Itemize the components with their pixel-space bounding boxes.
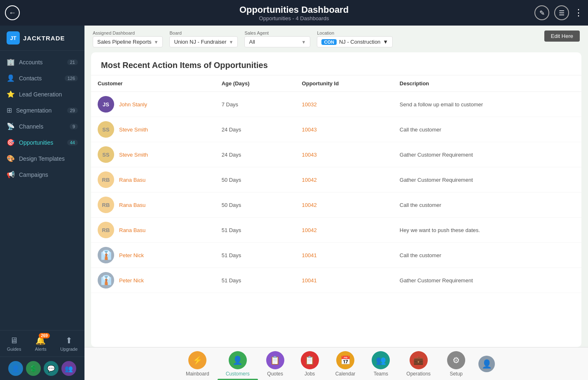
content-area: Edit Here Assigned Dashboard Sales Pipel…	[84, 26, 588, 380]
assigned-dashboard-filter: Assigned Dashboard Sales Pipeline Report…	[93, 30, 163, 47]
opportunities-table: Customer Age (Days) Opportunity Id Descr…	[91, 75, 581, 293]
page-title: Opportunities Dashboard	[239, 5, 349, 15]
contacts-label: Contacts	[19, 75, 42, 82]
opportunities-table-container: Most Recent Action Items of Opportunitie…	[91, 52, 581, 347]
cell-opp-id[interactable]: 10042	[295, 192, 393, 218]
board-select[interactable]: Union NJ - Fundraiser ▼	[169, 36, 238, 47]
customers-label: Customers	[226, 371, 250, 377]
sidebar-item-channels[interactable]: 📡 Channels 9	[0, 118, 84, 134]
guides-button[interactable]: 🖥 Guides	[7, 336, 21, 352]
operations-icon: 💼	[410, 351, 428, 369]
cell-age: 7 Days	[215, 92, 295, 117]
contacts-badge: 126	[65, 75, 78, 81]
sidebar-item-contacts[interactable]: 👤 Contacts 126	[0, 70, 84, 86]
customer-name[interactable]: Rana Basu	[119, 202, 145, 208]
cell-opp-id[interactable]: 10041	[295, 268, 393, 293]
opportunities-icon: 🎯	[7, 138, 15, 146]
upgrade-button[interactable]: ⬆ Upgrade	[60, 335, 77, 352]
sidebar-item-campaigns[interactable]: 📢 Campaigns	[0, 167, 84, 183]
table-row[interactable]: 👔 Peter Nick 51 Days 10041 Call the cust…	[91, 243, 581, 268]
lead-gen-icon: ⭐	[7, 90, 15, 98]
opportunities-label: Opportunities	[19, 139, 53, 146]
table-row[interactable]: RB Rana Basu 50 Days 10042 Gather Custom…	[91, 167, 581, 192]
sales-agent-arrow: ▼	[302, 40, 306, 45]
cell-opp-id[interactable]: 10032	[295, 92, 393, 117]
filter-bar: Edit Here Assigned Dashboard Sales Pipel…	[84, 26, 588, 52]
channels-badge: 9	[70, 124, 78, 129]
cell-opp-id[interactable]: 10043	[295, 117, 393, 142]
cell-description: Hey we want to push these dates.	[393, 218, 581, 243]
cell-opp-id[interactable]: 10042	[295, 167, 393, 192]
cell-customer: RB Rana Basu	[91, 167, 215, 192]
cell-opp-id[interactable]: 10042	[295, 218, 393, 243]
nav-jobs[interactable]: 📋 Jobs	[293, 348, 327, 380]
back-button[interactable]: ←	[5, 5, 20, 20]
location-filter: Location CON NJ - Construction ▼	[317, 30, 393, 47]
edit-icon-button[interactable]: ✎	[534, 5, 549, 20]
alerts-button[interactable]: 269 🔔 Alerts	[35, 335, 47, 352]
nav-teams[interactable]: 👥 Teams	[363, 348, 398, 380]
bottom-nav: ⚡ Mainboard 👤 Customers 📋 Quotes 📋 Jobs …	[84, 347, 588, 380]
quotes-icon: 📋	[266, 351, 284, 369]
table-row[interactable]: RB Rana Basu 50 Days 10042 Call the cust…	[91, 192, 581, 218]
header-right: ✎ ☰ ⋮	[534, 5, 583, 20]
table-row[interactable]: JS John Stanly 7 Days 10032 Send a follo…	[91, 92, 581, 117]
cell-customer: 👔 Peter Nick	[91, 268, 215, 293]
table-row[interactable]: RB Rana Basu 51 Days 10042 Hey we want t…	[91, 218, 581, 243]
nav-operations[interactable]: 💼 Operations	[398, 348, 439, 380]
nav-mainboard[interactable]: ⚡ Mainboard	[178, 348, 218, 380]
assigned-dashboard-select[interactable]: Sales Pipeline Reports ▼	[93, 36, 163, 47]
sidebar-item-lead-generation[interactable]: ⭐ Lead Generation	[0, 86, 84, 102]
channels-icon: 📡	[7, 122, 15, 130]
location-select[interactable]: CON NJ - Construction ▼	[317, 36, 393, 47]
user-profile-avatar[interactable]: 👤	[478, 356, 495, 372]
cell-opp-id[interactable]: 10041	[295, 243, 393, 268]
edit-here-button[interactable]: Edit Here	[544, 30, 580, 42]
nav-quotes[interactable]: 📋 Quotes	[258, 348, 293, 380]
nav-customers[interactable]: 👤 Customers	[218, 348, 258, 380]
cell-opp-id[interactable]: 10043	[295, 142, 393, 167]
list-icon-button[interactable]: ☰	[554, 5, 569, 20]
page-subtitle: Opportunities - 4 Dashboards	[239, 15, 349, 21]
cell-description: Call the customer	[393, 192, 581, 218]
table-row[interactable]: SS Steve Smith 24 Days 10043 Gather Cust…	[91, 142, 581, 167]
sidebar-item-design-templates[interactable]: 🎨 Design Templates	[0, 150, 84, 167]
dollar-avatar-icon[interactable]: 💲	[26, 361, 41, 376]
more-options-button[interactable]: ⋮	[574, 7, 583, 18]
alerts-label: Alerts	[35, 347, 47, 352]
sales-agent-select[interactable]: All ▼	[244, 36, 310, 47]
top-header: ← Opportunities Dashboard Opportunities …	[0, 0, 588, 26]
table-scroll[interactable]: Customer Age (Days) Opportunity Id Descr…	[91, 75, 581, 347]
cell-age: 51 Days	[215, 218, 295, 243]
sidebar-item-accounts[interactable]: 🏢 Accounts 21	[0, 54, 84, 70]
board-value: Union NJ - Fundraiser	[174, 39, 226, 45]
group-avatar-icon[interactable]: 👥	[61, 361, 76, 376]
cell-customer: SS Steve Smith	[91, 117, 215, 142]
table-row[interactable]: 👔 Peter Nick 51 Days 10041 Gather Custom…	[91, 268, 581, 293]
cell-customer: RB Rana Basu	[91, 192, 215, 218]
user-avatar-icon[interactable]: 👤	[8, 361, 23, 376]
cell-age: 24 Days	[215, 117, 295, 142]
cell-age: 51 Days	[215, 243, 295, 268]
jobs-label: Jobs	[305, 371, 315, 377]
customer-name[interactable]: John Stanly	[119, 101, 147, 108]
customer-name[interactable]: Rana Basu	[119, 177, 145, 183]
table-header-row: Customer Age (Days) Opportunity Id Descr…	[91, 75, 581, 92]
nav-calendar[interactable]: 📅 Calendar	[327, 348, 364, 380]
cell-customer: 👔 Peter Nick	[91, 243, 215, 268]
customer-name[interactable]: Steve Smith	[119, 152, 148, 158]
table-row[interactable]: SS Steve Smith 24 Days 10043 Call the cu…	[91, 117, 581, 142]
sidebar-bottom: 🖥 Guides 269 🔔 Alerts ⬆ Upgrade	[0, 330, 84, 357]
customer-name[interactable]: Steve Smith	[119, 127, 148, 133]
sidebar-item-segmentation[interactable]: ⊞ Segmentation 29	[0, 102, 84, 118]
customer-name[interactable]: Peter Nick	[119, 252, 144, 258]
lead-gen-label: Lead Generation	[19, 91, 62, 98]
customer-name[interactable]: Peter Nick	[119, 277, 144, 284]
customer-name[interactable]: Rana Basu	[119, 227, 145, 233]
nav-setup[interactable]: ⚙ Setup	[439, 348, 473, 380]
chat-avatar-icon[interactable]: 💬	[44, 361, 59, 376]
location-arrow: ▼	[383, 39, 388, 45]
sidebar-item-opportunities[interactable]: 🎯 Opportunities 44	[0, 134, 84, 150]
sidebar-logo: JT JACKTRADE	[0, 26, 84, 51]
sales-agent-filter: Sales Agent All ▼	[244, 30, 310, 47]
